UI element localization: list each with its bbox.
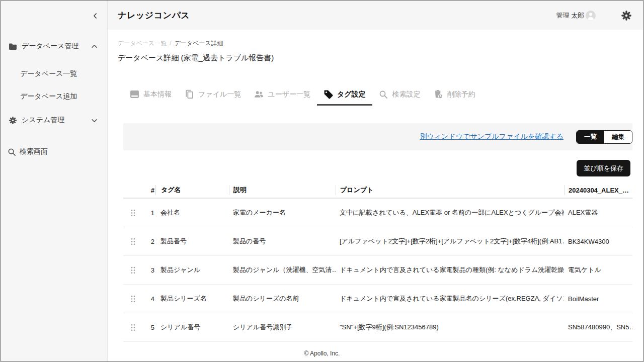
sample-value-cell: 電気ケトル xyxy=(564,265,632,275)
app-window: ナレッジコンパス 管理 太郎 xyxy=(0,0,644,362)
sample-value-cell: SN587480990、SN5… xyxy=(564,323,632,332)
app-title: ナレッジコンパス xyxy=(118,10,190,21)
copy-icon xyxy=(185,89,194,99)
toggle-edit-button[interactable]: 編集 xyxy=(604,131,632,143)
tab-label: タグ設定 xyxy=(337,90,366,99)
tab-label: ユーザー一覧 xyxy=(268,90,310,99)
prompt-cell: ドキュメント内で言及されている家電製品の種類(例: ななめドラム洗濯乾燥… xyxy=(336,265,564,275)
tab-user-list[interactable]: ユーザー一覧 xyxy=(248,84,317,106)
header-description: 説明 xyxy=(229,185,336,195)
sidebar-item-database-management[interactable]: データベース管理 xyxy=(1,36,108,56)
sidebar-item-search-screen[interactable]: 検索画面 xyxy=(1,142,108,162)
prompt-cell: ドキュメント内で言及されている家電製品名のシリーズ(ex.REGZA, ダイソン… xyxy=(336,294,564,303)
tab-search-settings[interactable]: 検索設定 xyxy=(372,84,427,106)
breadcrumb-separator: / xyxy=(170,40,171,47)
toolbar-band: 別ウィンドウでサンプルファイルを確認する 一覧 編集 xyxy=(123,123,632,150)
table-header-row: # タグ名 説明 プロンプト 20240304_ALEX_… xyxy=(123,183,632,199)
row-number: 3 xyxy=(143,266,155,274)
search-icon xyxy=(8,147,17,156)
sample-file-link[interactable]: 別ウィンドウでサンプルファイルを確認する xyxy=(420,132,564,141)
tab-tag-settings[interactable]: タグ設定 xyxy=(317,84,372,106)
user-name[interactable]: 管理 太郎 xyxy=(556,11,584,20)
tab-bar: 基本情報 ファイル一覧 ユーザー一覧 タグ設定 検索設定 xyxy=(123,84,482,106)
header-sample-file-column: 20240304_ALEX_… xyxy=(564,185,632,195)
drag-handle-icon[interactable] xyxy=(130,266,136,274)
toggle-list-button[interactable]: 一覧 xyxy=(577,131,604,143)
tab-basic-info[interactable]: 基本情報 xyxy=(123,84,178,106)
sidebar-item-database-add[interactable]: データベース追加 xyxy=(1,87,108,106)
prompt-cell: [アルファベット2文字]+[数字2桁]+[アルファベット2文字]+[数字4桁](… xyxy=(336,237,564,246)
sidebar-item-label: データベース一覧 xyxy=(20,69,77,78)
tag-icon xyxy=(324,89,333,99)
breadcrumb-current: データベース詳細 xyxy=(174,40,223,47)
tag-name-cell: 会社名 xyxy=(155,208,229,217)
header-prompt: プロンプト xyxy=(336,185,564,195)
sample-value-cell: BK34KW4300 xyxy=(564,238,632,245)
row-number: 4 xyxy=(143,295,155,303)
row-number: 1 xyxy=(143,209,155,217)
tag-name-cell: 製品番号 xyxy=(155,237,229,246)
view-mode-toggle: 一覧 編集 xyxy=(576,130,632,144)
sidebar-item-label: データベース追加 xyxy=(20,92,77,101)
table-row: 1 会社名 家電のメーカー名 文中に記載されている、ALEX電器 or 名前の一… xyxy=(123,199,632,227)
folder-icon xyxy=(9,42,18,51)
table-row: 3 製品ジャンル 製品のジャンル（洗濯機、空気清… ドキュメント内で言及されてい… xyxy=(123,256,632,285)
table-row: 2 製品番号 製品の番号 [アルファベット2文字]+[数字2桁]+[アルファベッ… xyxy=(123,227,632,256)
description-cell: 製品のジャンル（洗濯機、空気清… xyxy=(229,265,336,275)
settings-gear-icon[interactable] xyxy=(621,10,632,21)
top-bar-right: 管理 太郎 xyxy=(556,10,643,21)
drag-handle-icon[interactable] xyxy=(130,238,136,245)
sidebar-item-label: システム管理 xyxy=(22,116,64,125)
tab-label: 検索設定 xyxy=(392,90,421,99)
drag-handle-icon[interactable] xyxy=(130,295,136,303)
tag-name-cell: シリアル番号 xyxy=(155,323,229,332)
chevron-down-icon xyxy=(91,117,98,124)
tab-label: 削除予約 xyxy=(447,90,475,99)
description-cell: シリアル番号識別子 xyxy=(229,323,336,332)
description-cell: 家電のメーカー名 xyxy=(229,208,336,217)
description-cell: 製品のシリーズの名前 xyxy=(229,294,336,303)
row-number: 2 xyxy=(143,238,155,245)
header-tag-name: タグ名 xyxy=(155,185,229,195)
description-cell: 製品の番号 xyxy=(229,237,336,246)
prompt-cell: 文中に記載されている、ALEX電器 or 名前の一部にALEXとつくグループ会社… xyxy=(336,208,564,217)
page-title: データベース詳細 (家電_過去トラブル報告書) xyxy=(118,53,274,63)
tab-label: 基本情報 xyxy=(143,90,172,99)
tab-label: ファイル一覧 xyxy=(198,90,241,99)
sidebar-item-label: データベース管理 xyxy=(22,42,78,51)
chevron-up-icon xyxy=(91,43,98,50)
sidebar-collapse-icon[interactable] xyxy=(90,10,101,21)
header-num: # xyxy=(143,187,155,194)
search-icon xyxy=(379,89,388,99)
sidebar-item-database-list[interactable]: データベース一覧 xyxy=(1,65,108,83)
sidebar: データベース管理 データベース一覧 データベース追加 xyxy=(1,1,108,361)
footer-copyright: © Apollo, Inc. xyxy=(1,350,643,357)
tag-name-cell: 製品ジャンル xyxy=(155,265,229,275)
tag-name-cell: 製品シリーズ名 xyxy=(155,294,229,303)
gear-icon xyxy=(9,116,18,125)
sidebar-item-label: 検索画面 xyxy=(20,147,48,156)
top-bar: ナレッジコンパス 管理 太郎 xyxy=(108,1,643,30)
tag-table: # タグ名 説明 プロンプト 20240304_ALEX_… 1 会社名 家電の… xyxy=(123,183,632,342)
sample-value-cell: ALEX電器 xyxy=(564,208,632,217)
drag-handle-icon[interactable] xyxy=(130,209,136,217)
user-avatar-icon[interactable] xyxy=(586,11,596,21)
prompt-cell: "SN"+[数字9桁](例:SN123456789) xyxy=(336,323,564,332)
tab-file-list[interactable]: ファイル一覧 xyxy=(178,84,248,106)
table-row: 4 製品シリーズ名 製品のシリーズの名前 ドキュメント内で言及されている家電製品… xyxy=(123,285,632,313)
breadcrumb: データベース一覧/データベース詳細 xyxy=(118,39,223,48)
card-icon xyxy=(130,89,139,99)
sample-value-cell: BoilMaster xyxy=(564,295,632,303)
trash-clock-icon xyxy=(434,89,443,99)
save-order-button[interactable]: 並び順を保存 xyxy=(577,160,630,176)
row-number: 5 xyxy=(143,324,155,331)
table-row: 5 シリアル番号 シリアル番号識別子 "SN"+[数字9桁](例:SN12345… xyxy=(123,313,632,342)
drag-handle-icon[interactable] xyxy=(130,324,136,331)
tab-delete-reservation[interactable]: 削除予約 xyxy=(427,84,482,106)
breadcrumb-parent[interactable]: データベース一覧 xyxy=(118,40,167,47)
users-icon xyxy=(254,89,264,99)
sidebar-item-system-management[interactable]: システム管理 xyxy=(1,110,108,130)
